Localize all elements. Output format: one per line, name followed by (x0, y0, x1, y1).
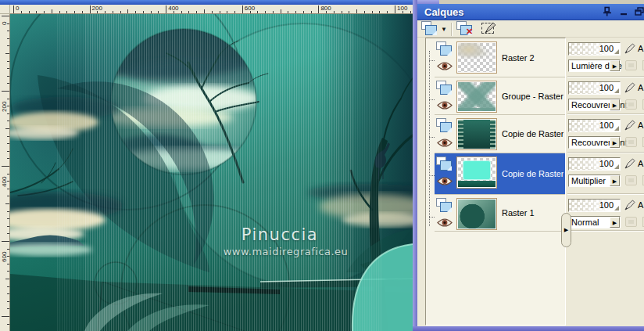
palette-titlebar[interactable]: Calques (417, 4, 644, 20)
delete-x-icon: ✕ (466, 27, 473, 36)
brush-link-icon[interactable] (623, 157, 636, 171)
watermark-title: Pinuccia (206, 225, 354, 244)
blend-mode-dropdown[interactable]: Recouvrement ▶ (568, 99, 621, 111)
raster-layer-icon (436, 81, 453, 95)
layer-row[interactable]: Copie de Raster 1 (435, 115, 565, 153)
raster-layer-icon (436, 118, 453, 133)
ruler-vertical: 0200400600 (0, 14, 10, 331)
link-toggle-icon-disabled (625, 175, 637, 185)
layer-name: Raster 2 (502, 38, 564, 77)
delete-layer-button[interactable]: ✕ (456, 21, 477, 38)
raster-layer-icon (436, 198, 453, 213)
brush-link-icon[interactable] (623, 42, 636, 56)
brush-link-icon[interactable] (623, 119, 636, 132)
opacity-slider[interactable]: 100 (568, 119, 621, 132)
visibility-eye-icon[interactable] (437, 99, 453, 110)
opacity-slider[interactable]: 100 (568, 199, 621, 212)
toolbar-separator (451, 23, 453, 36)
restore-icon[interactable] (634, 6, 644, 18)
layer-controls-row: 100 A Normal ▶ (567, 194, 644, 231)
layer-thumbnail[interactable] (456, 198, 497, 230)
dropdown-arrow-icon[interactable]: ▶ (610, 217, 620, 228)
ruler-corner (0, 5, 10, 14)
opacity-grip-icon (614, 164, 619, 169)
layer-thumbnail[interactable] (456, 157, 497, 189)
layer-thumbnail[interactable] (456, 81, 497, 113)
blend-mode-dropdown[interactable]: Multiplier ▶ (568, 174, 621, 187)
brush-link-icon[interactable] (623, 199, 636, 212)
palette-toolbar: ▼ ✕ (417, 20, 644, 38)
opacity-value: 100 (599, 83, 614, 92)
layer-name: Raster 1 (502, 195, 564, 231)
layer-controls-row: 100 A Lumière dure ▶ (567, 38, 644, 77)
visibility-eye-icon[interactable] (437, 137, 453, 147)
link-toggle-icon-disabled (625, 137, 637, 147)
lock-transparency-label[interactable]: A (638, 44, 643, 53)
layer-name: Groupe - Raster 2 (502, 77, 564, 114)
blend-mode-dropdown[interactable]: Normal ▶ (568, 216, 621, 228)
pin-icon[interactable] (602, 6, 614, 18)
palette-bottom-frame (413, 326, 644, 331)
raster-layer-icon (436, 157, 453, 171)
layer-list: Raster 2 Groupe - Raster 2 Copie de Rast… (425, 38, 566, 326)
opacity-grip-icon (614, 126, 619, 131)
layers-palette: Calques ▼ (413, 0, 644, 331)
dropdown-arrow-icon[interactable]: ▶ (610, 99, 620, 110)
layer-row[interactable]: Raster 1 (435, 195, 565, 232)
lock-transparency-label[interactable]: A (638, 200, 643, 210)
lock-transparency-label[interactable]: A (638, 121, 643, 130)
opacity-value: 100 (599, 121, 614, 130)
link-toggle-icon-disabled (625, 60, 637, 70)
opacity-grip-icon (614, 49, 619, 54)
edit-selection-icon (481, 21, 497, 35)
lock-transparency-label[interactable]: A (638, 83, 643, 92)
dropdown-arrow-icon[interactable]: ▶ (610, 137, 620, 148)
opacity-grip-icon (614, 206, 619, 210)
ruler-horizontal: 0200400600800100 (10, 5, 413, 14)
splitter-arrow-icon: ▶ (564, 227, 568, 233)
opacity-value: 100 (599, 44, 614, 53)
lock-transparency-label[interactable]: A (638, 159, 643, 168)
blend-mode-value: Multiplier (571, 176, 606, 185)
palette-body: ▼ ✕ (417, 20, 644, 326)
panel-splitter-handle[interactable]: ▶ (561, 213, 571, 247)
layer-row[interactable]: Groupe - Raster 2 (435, 77, 565, 115)
dropdown-arrow-icon[interactable]: ▶ (610, 60, 620, 71)
layer-row[interactable]: Copie de Raster 1 (435, 153, 565, 195)
palette-title: Calques (424, 6, 464, 18)
blend-mode-dropdown[interactable]: Lumière dure ▶ (568, 59, 621, 72)
canvas[interactable]: Pinuccia www.maidiregrafica.eu (10, 14, 413, 331)
layer-thumbnail[interactable] (456, 118, 497, 150)
opacity-slider[interactable]: 100 (568, 42, 621, 56)
layer-name: Copie de Raster 1 (502, 115, 564, 153)
link-toggle-icon-disabled (625, 99, 637, 110)
new-layer-icon (421, 21, 438, 36)
blend-mode-value: Normal (571, 218, 599, 227)
opacity-slider[interactable]: 100 (568, 81, 621, 95)
opacity-slider[interactable]: 100 (568, 157, 621, 171)
brush-link-icon[interactable] (623, 81, 636, 95)
edit-selection-button[interactable] (481, 21, 500, 38)
raster-layer-icon (436, 41, 453, 56)
layer-controls-row: 100 A Recouvrement ▶ (567, 114, 644, 153)
layer-thumbnail[interactable] (456, 41, 497, 74)
layer-controls: 100 A Lumière dure ▶ 100 A (567, 38, 644, 326)
layer-controls-row: 100 A Recouvrement ▶ (567, 77, 644, 114)
visibility-eye-icon[interactable] (437, 60, 453, 70)
dropdown-arrow-icon[interactable]: ▶ (610, 175, 620, 186)
layer-name: Copie de Raster 1 (502, 153, 564, 194)
canvas-artwork (10, 14, 413, 331)
opacity-value: 100 (599, 159, 614, 168)
opacity-grip-icon (614, 88, 619, 93)
blend-mode-dropdown[interactable]: Recouvrement ▶ (568, 136, 621, 149)
opacity-value: 100 (599, 200, 614, 210)
layer-controls-row: 100 A Multiplier ▶ (567, 153, 644, 194)
layer-row[interactable]: Raster 2 (435, 38, 565, 77)
watermark-url: www.maidiregrafica.eu (209, 246, 362, 257)
new-layer-button[interactable]: ▼ (421, 21, 448, 38)
link-toggle-icon-disabled (625, 217, 637, 227)
visibility-eye-icon[interactable] (437, 175, 453, 185)
minimize-icon[interactable] (618, 6, 631, 18)
new-layer-dropdown-arrow-icon[interactable]: ▼ (441, 27, 447, 33)
visibility-eye-icon[interactable] (437, 217, 453, 227)
